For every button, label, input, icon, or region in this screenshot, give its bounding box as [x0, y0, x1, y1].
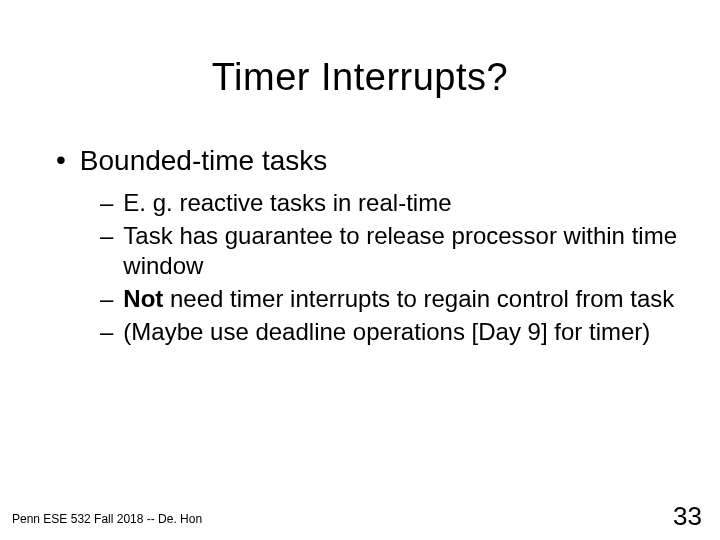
sub-bullet: – (Maybe use deadline operations [Day 9]…: [100, 317, 680, 348]
dash-icon: –: [100, 188, 113, 219]
dash-icon: –: [100, 284, 113, 315]
page-number: 33: [673, 501, 702, 532]
sub-bullet: – E. g. reactive tasks in real-time: [100, 188, 680, 219]
sub-bullet-text: E. g. reactive tasks in real-time: [123, 188, 680, 219]
bullet-dot: •: [56, 143, 66, 177]
bullet-main: • Bounded-time tasks: [56, 143, 680, 178]
content-area: • Bounded-time tasks – E. g. reactive ta…: [0, 143, 720, 348]
sub-bullet: – Not need timer interrupts to regain co…: [100, 284, 680, 315]
sub-bullet-text: Task has guarantee to release processor …: [123, 221, 680, 282]
dash-icon: –: [100, 221, 113, 252]
sub-bullet: – Task has guarantee to release processo…: [100, 221, 680, 282]
footer-text: Penn ESE 532 Fall 2018 -- De. Hon: [12, 512, 202, 526]
bold-text: Not: [123, 285, 163, 312]
dash-icon: –: [100, 317, 113, 348]
sub-bullet-list: – E. g. reactive tasks in real-time – Ta…: [56, 188, 680, 348]
slide-title: Timer Interrupts?: [0, 0, 720, 143]
sub-bullet-text: (Maybe use deadline operations [Day 9] f…: [123, 317, 680, 348]
bullet-main-text: Bounded-time tasks: [80, 143, 327, 178]
sub-bullet-text: Not need timer interrupts to regain cont…: [123, 284, 680, 315]
sub-bullet-rest: need timer interrupts to regain control …: [163, 285, 674, 312]
